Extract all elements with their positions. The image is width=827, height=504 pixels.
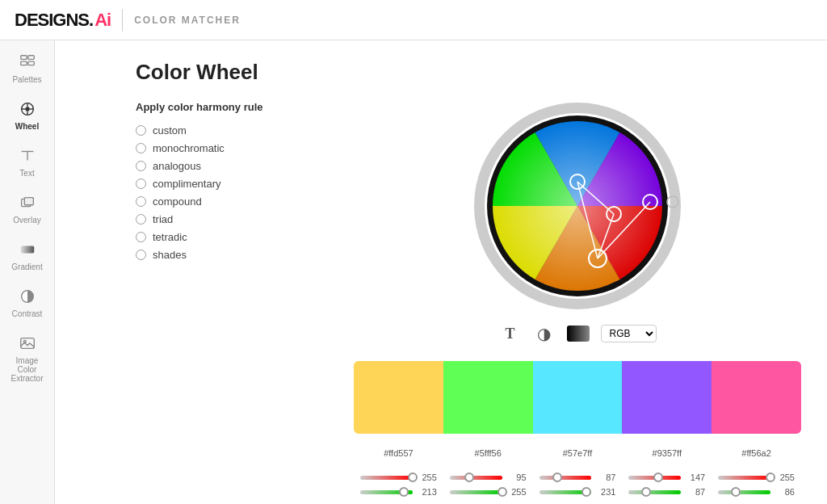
slider-value-r5: 255: [775, 472, 795, 482]
radio-circle-shades: [136, 250, 146, 260]
slider-value-g4: 87: [686, 487, 705, 497]
slider-track-g5[interactable]: [718, 490, 770, 494]
gradient-toolbar-icon[interactable]: [567, 326, 590, 342]
radio-circle-analogous: [136, 161, 146, 171]
sidebar: Palettes Wheel Text: [0, 0, 55, 504]
page-title: Color Wheel: [136, 60, 801, 85]
sidebar-item-contrast[interactable]: Contrast: [3, 283, 52, 323]
slider-thumb-g5: [731, 487, 741, 497]
slider-track-r3[interactable]: [539, 476, 592, 480]
sidebar-label-palettes: Palettes: [12, 75, 41, 84]
red-sliders-row: 255 95 87: [354, 472, 801, 482]
radio-label-analogous: analogous: [153, 160, 201, 172]
radio-circle-complimentary: [136, 178, 146, 189]
hex-label-4: #9357ff: [622, 445, 712, 461]
sidebar-item-gradient[interactable]: Gradient: [3, 236, 52, 276]
slider-cell-g2: 255: [443, 487, 533, 497]
slider-cell-g4: 87: [622, 487, 712, 497]
main-content: Color Wheel Apply color harmony rule cus…: [110, 40, 827, 504]
svg-rect-1: [27, 56, 33, 60]
slider-cell-r5: 255: [712, 472, 801, 482]
radio-triad[interactable]: triad: [136, 213, 321, 225]
hex-labels: #ffd557 #5fff56 #57e7ff #9357ff #ff56a2: [354, 445, 801, 461]
sidebar-item-wheel[interactable]: Wheel: [3, 95, 52, 136]
sidebar-item-palettes[interactable]: Palettes: [3, 48, 52, 89]
logo-ai: Ai: [94, 10, 111, 31]
logo: DESIGNS.Ai: [15, 10, 111, 31]
swatch-2[interactable]: [443, 361, 533, 434]
slider-value-g3: 231: [596, 487, 615, 497]
slider-track-r2[interactable]: [450, 476, 502, 480]
slider-thumb-r1: [408, 472, 418, 482]
wheel-icon: [19, 100, 36, 120]
swatch-3[interactable]: [533, 361, 623, 434]
slider-value-r3: 87: [596, 472, 615, 482]
harmony-rule-label: Apply color harmony rule: [136, 101, 321, 113]
swatch-1[interactable]: [354, 361, 443, 434]
slider-thumb-g4: [641, 487, 651, 497]
svg-rect-14: [20, 246, 34, 253]
slider-cell-g3: 231: [533, 487, 623, 497]
radio-circle-compound: [136, 196, 146, 207]
svg-rect-3: [27, 61, 33, 65]
right-panel: T ◑ RGB HSL HEX CMYK #ffd557: [354, 101, 801, 502]
sidebar-label-overlay: Overlay: [13, 216, 40, 225]
radio-label-triad: triad: [153, 213, 173, 225]
logo-text: DESIGNS.: [15, 10, 93, 31]
hex-label-1: #ffd557: [354, 445, 443, 461]
slider-track-r4[interactable]: [628, 476, 681, 480]
radio-label-shades: shades: [153, 249, 187, 261]
slider-thumb-r3: [552, 472, 562, 482]
sidebar-label-gradient: Gradient: [11, 262, 42, 271]
wheel-arcs: [493, 121, 662, 291]
content-layout: Apply color harmony rule custom monochro…: [136, 101, 801, 502]
slider-track-g4[interactable]: [628, 490, 681, 494]
svg-rect-0: [20, 56, 26, 60]
text-sidebar-icon: [19, 147, 36, 166]
color-wheel-svg: [472, 101, 682, 311]
radio-monochromatic[interactable]: monochromatic: [136, 142, 321, 154]
svg-rect-2: [20, 61, 26, 65]
rgb-select[interactable]: RGB HSL HEX CMYK: [601, 325, 657, 342]
hex-label-2: #5fff56: [443, 445, 533, 461]
slider-track-g1[interactable]: [360, 490, 413, 494]
text-toolbar-icon[interactable]: T: [499, 322, 522, 345]
slider-thumb-r2: [464, 472, 474, 482]
sidebar-label-wheel: Wheel: [15, 122, 39, 131]
left-panel: Apply color harmony rule custom monochro…: [136, 101, 321, 267]
slider-thumb-g1: [399, 487, 409, 497]
contrast-toolbar-icon[interactable]: ◑: [533, 322, 556, 345]
hex-label-3: #57e7ff: [533, 445, 623, 461]
slider-thumb-r4: [653, 472, 663, 482]
slider-track-r5[interactable]: [718, 476, 770, 480]
sliders-area: 255 95 87: [354, 472, 801, 502]
slider-track-g2[interactable]: [450, 490, 502, 494]
radio-tetradic[interactable]: tetradic: [136, 231, 321, 243]
radio-compound[interactable]: compound: [136, 195, 321, 208]
overlay-icon: [19, 194, 36, 213]
contrast-icon-sidebar: [19, 288, 36, 307]
hex-label-5: #ff56a2: [712, 445, 801, 461]
swatch-5[interactable]: [712, 361, 801, 434]
slider-track-r1[interactable]: [360, 476, 413, 480]
color-wheel-container[interactable]: [472, 101, 682, 311]
slider-value-g1: 213: [418, 487, 437, 497]
sidebar-item-image-color[interactable]: Image Color Extractor: [3, 330, 52, 388]
sidebar-item-overlay[interactable]: Overlay: [3, 189, 52, 229]
radio-circle-triad: [136, 214, 146, 225]
radio-complimentary[interactable]: complimentary: [136, 178, 321, 190]
slider-track-g3[interactable]: [539, 490, 592, 494]
image-color-icon: [19, 334, 36, 354]
slider-cell-r1: 255: [354, 472, 443, 482]
header: DESIGNS.Ai COLOR MATCHER: [0, 0, 827, 40]
radio-label-custom: custom: [153, 124, 187, 136]
slider-value-g5: 86: [775, 487, 795, 497]
sidebar-item-text[interactable]: Text: [3, 142, 52, 183]
radio-analogous[interactable]: analogous: [136, 160, 321, 172]
radio-custom[interactable]: custom: [136, 124, 321, 136]
swatch-4[interactable]: [622, 361, 712, 434]
radio-shades[interactable]: shades: [136, 249, 321, 261]
radio-label-tetradic: tetradic: [153, 231, 187, 243]
slider-cell-r3: 87: [533, 472, 623, 482]
palettes-icon: [19, 53, 36, 73]
